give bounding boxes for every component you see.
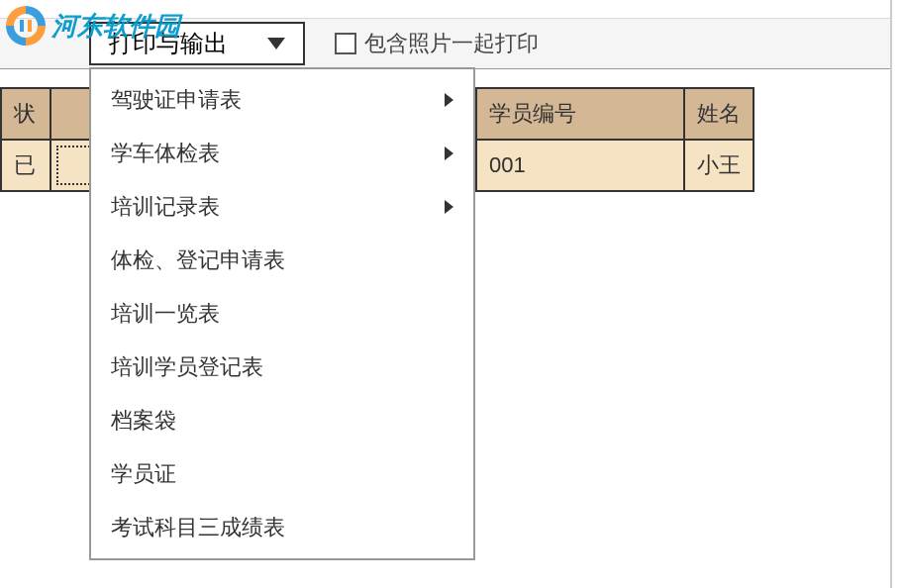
- menu-item-exam-subject-3-score[interactable]: 考试科目三成绩表: [91, 501, 473, 554]
- menu-item-training-student-registration[interactable]: 培训学员登记表: [91, 341, 473, 394]
- table-header-name: 姓名: [684, 88, 753, 140]
- table-cell-status: 已: [1, 140, 50, 191]
- table-header-status: 状: [1, 88, 50, 140]
- svg-rect-1: [28, 20, 32, 32]
- watermark-text: 河东软件园: [51, 9, 180, 44]
- table-cell-student-id: 001: [476, 140, 684, 191]
- menu-item-label: 培训学员登记表: [111, 352, 263, 382]
- right-border: [890, 0, 904, 588]
- menu-item-label: 培训记录表: [111, 192, 220, 222]
- menu-item-file-folder[interactable]: 档案袋: [91, 394, 473, 447]
- watermark-logo-icon: [2, 2, 50, 49]
- menu-item-label: 驾驶证申请表: [111, 85, 242, 115]
- menu-item-label: 学车体检表: [111, 139, 220, 168]
- menu-item-drivers-license-application[interactable]: 驾驶证申请表: [91, 73, 473, 127]
- include-photo-checkbox-group[interactable]: 包含照片一起打印: [335, 29, 539, 58]
- print-export-dropdown-menu: 驾驶证申请表 学车体检表 培训记录表 体检、登记申请表 培训一览表 培训学员登记…: [89, 67, 475, 560]
- menu-item-driving-physical-exam[interactable]: 学车体检表: [91, 127, 473, 180]
- menu-item-label: 学员证: [111, 459, 176, 489]
- watermark-logo-container: 河东软件园: [2, 2, 180, 49]
- menu-item-training-record[interactable]: 培训记录表: [91, 180, 473, 234]
- table-cell-name: 小王: [684, 140, 753, 191]
- chevron-down-icon: [267, 38, 285, 49]
- chevron-right-icon: [445, 93, 453, 107]
- checkbox-icon[interactable]: [335, 33, 356, 54]
- chevron-right-icon: [445, 147, 453, 160]
- menu-item-physical-registration-application[interactable]: 体检、登记申请表: [91, 234, 473, 287]
- menu-item-training-overview[interactable]: 培训一览表: [91, 287, 473, 341]
- chevron-right-icon: [445, 200, 453, 214]
- menu-item-label: 考试科目三成绩表: [111, 513, 285, 542]
- menu-item-label: 档案袋: [111, 406, 176, 436]
- table-header-student-id: 学员编号: [476, 88, 684, 140]
- menu-item-label: 培训一览表: [111, 299, 220, 329]
- menu-item-student-card[interactable]: 学员证: [91, 447, 473, 501]
- menu-item-label: 体检、登记申请表: [111, 245, 285, 275]
- checkbox-label: 包含照片一起打印: [364, 29, 539, 58]
- svg-rect-0: [20, 20, 24, 32]
